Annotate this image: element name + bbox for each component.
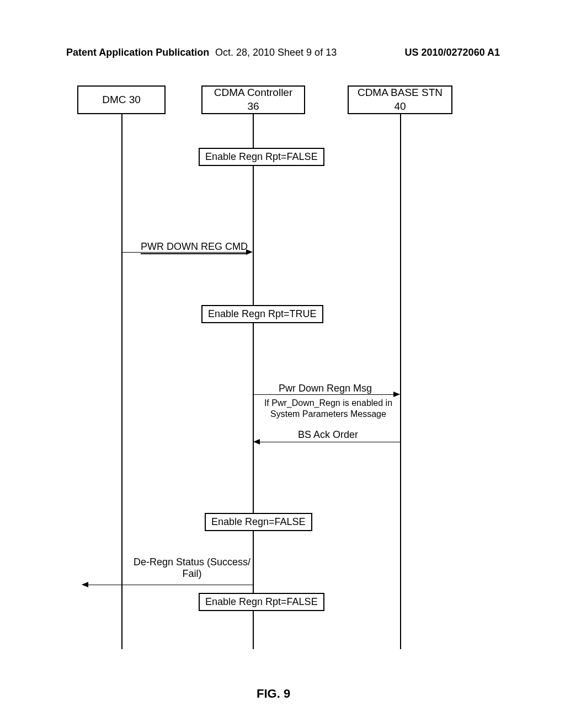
header-pub-number: US 2010/0272060 A1 bbox=[405, 47, 500, 58]
msg-bs-ack-order: BS Ack Order bbox=[298, 429, 358, 441]
note-cond-line2: System Parameters Message bbox=[262, 409, 395, 420]
actor-controller-label2: 36 bbox=[247, 100, 259, 114]
arrow-pwr-down-cmd bbox=[121, 252, 246, 253]
arrow-head-deregn bbox=[82, 582, 88, 587]
msg-pwr-down-regn: Pwr Down Regn Msg bbox=[279, 383, 372, 394]
actor-dmc: DMC 30 bbox=[77, 85, 166, 114]
sequence-diagram: DMC 30 CDMA Controller 36 CDMA BASE STN … bbox=[83, 85, 491, 670]
actor-base-label2: 40 bbox=[394, 100, 406, 114]
note-cond-line1: If Pwr_Down_Regn is enabled in bbox=[262, 398, 395, 409]
lifeline-dmc bbox=[121, 114, 122, 649]
state-enable-regn-false: Enable Regn=FALSE bbox=[205, 513, 312, 531]
arrow-head-pwr-down-msg bbox=[393, 392, 400, 397]
note-condition: If Pwr_Down_Regn is enabled in System Pa… bbox=[262, 398, 395, 420]
arrow-head-pwr-down-cmd bbox=[246, 249, 253, 255]
header-date-sheet: Oct. 28, 2010 Sheet 9 of 13 bbox=[215, 47, 337, 58]
state-enable-regn-rpt-false-2: Enable Regn Rpt=FALSE bbox=[199, 593, 324, 611]
actor-dmc-label: DMC 30 bbox=[102, 93, 141, 107]
arrow-pwr-down-msg bbox=[253, 394, 393, 395]
arrow-deregn-status bbox=[88, 585, 253, 585]
actor-controller-label1: CDMA Controller bbox=[214, 86, 293, 100]
actor-cdma-base-stn: CDMA BASE STN 40 bbox=[348, 85, 452, 114]
arrow-bs-ack bbox=[260, 442, 400, 442]
msg-deregn-line1: De-Regn Status (Success/ bbox=[129, 556, 255, 568]
figure-label: FIG. 9 bbox=[257, 687, 290, 701]
arrow-head-bs-ack bbox=[253, 439, 260, 445]
header-publication: Patent Application Publication bbox=[66, 47, 209, 58]
msg-deregn-status: De-Regn Status (Success/ Fail) bbox=[129, 556, 255, 580]
lifeline-base bbox=[400, 114, 401, 649]
state-enable-regn-rpt-true: Enable Regn Rpt=TRUE bbox=[201, 305, 323, 323]
actor-base-label1: CDMA BASE STN bbox=[358, 86, 443, 100]
actor-cdma-controller: CDMA Controller 36 bbox=[201, 85, 305, 114]
state-enable-regn-rpt-false-1: Enable Regn Rpt=FALSE bbox=[199, 148, 324, 166]
msg-deregn-line2: Fail) bbox=[129, 568, 255, 580]
